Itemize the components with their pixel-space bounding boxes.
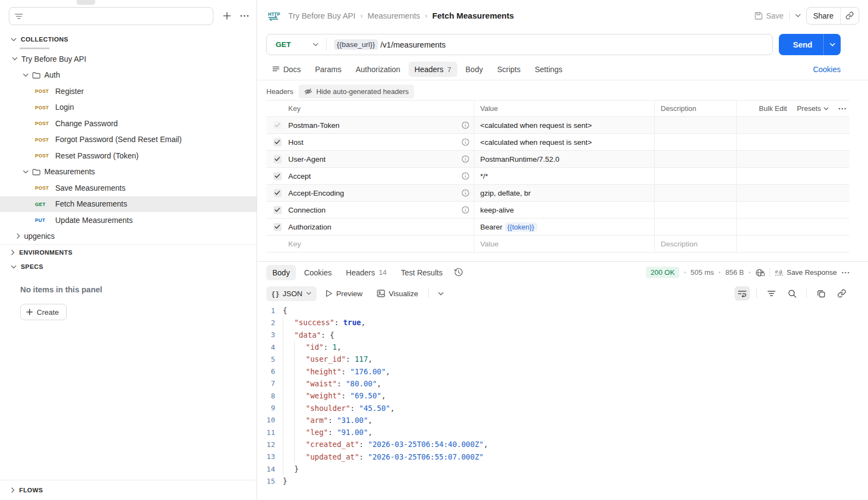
indent-guide xyxy=(283,329,294,341)
copy-button[interactable] xyxy=(813,286,829,301)
header-key[interactable]: Postman-Token xyxy=(288,121,462,130)
request-change-password[interactable]: POST Change Password xyxy=(0,115,257,132)
save-button[interactable]: Save xyxy=(766,11,784,20)
format-dropdown[interactable]: { } JSON xyxy=(266,286,317,301)
tab-headers[interactable]: Headers 7 xyxy=(409,62,457,77)
tab-scripts[interactable]: Scripts xyxy=(491,62,527,77)
tab-docs[interactable]: Docs xyxy=(266,62,307,77)
filter-results-button[interactable] xyxy=(764,286,779,301)
request-save-measurements[interactable]: POST Save Measurements xyxy=(0,180,257,196)
share-link-button[interactable] xyxy=(840,8,859,24)
method-selector[interactable]: GET xyxy=(267,40,326,49)
checkbox[interactable] xyxy=(273,206,282,214)
status-badge[interactable]: 200 OK xyxy=(646,267,679,278)
breadcrumb-collection[interactable]: Try Before Buy API xyxy=(288,11,356,20)
folder-measurements[interactable]: Measurements xyxy=(0,164,257,180)
value-placeholder[interactable]: Value xyxy=(480,240,499,248)
sidebar-section-environments[interactable]: ENVIRONMENTS xyxy=(0,244,257,259)
table-more-button[interactable] xyxy=(838,108,846,110)
response-more-button[interactable] xyxy=(842,272,849,274)
checkbox[interactable] xyxy=(273,138,282,146)
header-value[interactable]: */* xyxy=(480,172,488,180)
search-button[interactable] xyxy=(784,286,800,301)
request-login[interactable]: POST Login xyxy=(0,99,257,116)
format-value: JSON xyxy=(283,290,302,298)
sidebar-add-button[interactable] xyxy=(220,9,234,23)
checkbox[interactable] xyxy=(273,223,282,231)
header-value[interactable]: <calculated when request is sent> xyxy=(480,138,592,146)
header-key[interactable]: Authorization xyxy=(288,223,469,231)
response-time[interactable]: 505 ms xyxy=(691,268,714,277)
response-tab-headers[interactable]: Headers 14 xyxy=(340,265,393,280)
network-info-icon[interactable] xyxy=(755,268,765,277)
request-register[interactable]: POST Register xyxy=(0,83,257,99)
checkbox[interactable] xyxy=(273,155,282,163)
header-key[interactable]: Accept xyxy=(288,172,462,180)
tab-authorization[interactable]: Authorization xyxy=(349,62,406,77)
sidebar-section-specs[interactable]: SPECS xyxy=(0,259,257,273)
header-value[interactable]: <calculated when request is sent> xyxy=(480,121,592,130)
sidebar-section-flows[interactable]: FLOWS xyxy=(0,487,257,493)
collection-upgenics[interactable]: upgenics xyxy=(0,228,257,245)
tab-body[interactable]: Body xyxy=(459,62,489,77)
response-body-viewer[interactable]: 1{2"success": true,3"data": {4"id": 1,5"… xyxy=(266,304,849,500)
checkbox[interactable] xyxy=(273,189,282,197)
response-size[interactable]: 856 B xyxy=(725,268,744,277)
header-value[interactable]: gzip, deflate, br xyxy=(480,189,531,197)
cookies-link[interactable]: Cookies xyxy=(813,65,841,74)
header-value[interactable]: PostmanRuntime/7.52.0 xyxy=(480,155,560,163)
request-forgot-password[interactable]: POST Forgot Password (Send Reset Email) xyxy=(0,132,257,148)
response-tab-body[interactable]: Body xyxy=(266,265,296,280)
code-line: 3"data": { xyxy=(266,329,849,341)
code-token: "created_at" xyxy=(306,440,359,449)
response-tab-cookies[interactable]: Cookies xyxy=(298,265,338,280)
tab-label: Scripts xyxy=(497,65,521,74)
response-history-icon[interactable] xyxy=(454,268,463,277)
key-placeholder[interactable]: Key xyxy=(288,240,469,248)
header-key[interactable]: Host xyxy=(288,138,462,146)
url-variable-pill[interactable]: {{base_url}} xyxy=(334,39,378,50)
request-name: Reset Password (Token) xyxy=(55,151,139,160)
header-value-prefix[interactable]: Bearer xyxy=(480,223,503,231)
divider xyxy=(806,289,807,298)
tab-params[interactable]: Params xyxy=(309,62,347,77)
token-variable-pill[interactable]: {{token}} xyxy=(505,222,537,232)
folder-auth[interactable]: Auth xyxy=(0,67,257,84)
wrap-text-button[interactable] xyxy=(735,286,750,301)
description-placeholder[interactable]: Description xyxy=(661,240,698,248)
save-response-button[interactable]: e.g. Save Response xyxy=(775,268,837,277)
header-key[interactable]: Connection xyxy=(288,206,462,214)
code-token: "updated_at" xyxy=(306,452,359,461)
visualize-button[interactable]: Visualize xyxy=(371,286,424,301)
presets-dropdown[interactable]: Presets xyxy=(797,104,829,113)
header-key[interactable]: Accept-Encoding xyxy=(288,189,462,197)
tab-label: Test Results xyxy=(401,268,442,277)
request-update-measurements[interactable]: PUT Update Measurements xyxy=(0,212,257,228)
response-tab-test-results[interactable]: Test Results xyxy=(395,265,448,280)
send-button[interactable]: Send xyxy=(779,40,823,49)
request-reset-password[interactable]: POST Reset Password (Token) xyxy=(0,148,257,164)
header-key[interactable]: User-Agent xyxy=(288,155,462,163)
sidebar-filter-input[interactable] xyxy=(9,7,213,25)
sidebar-section-collections[interactable]: COLLECTIONS xyxy=(0,32,257,46)
svg-text:HTTP: HTTP xyxy=(268,11,281,17)
preview-button[interactable]: Preview xyxy=(320,286,368,301)
url-input[interactable]: {{base_url}} /v1/measurements xyxy=(327,39,446,50)
view-dropdown[interactable] xyxy=(433,286,448,301)
tab-settings[interactable]: Settings xyxy=(529,62,569,77)
send-dropdown-button[interactable] xyxy=(823,34,841,55)
clipped-top-element xyxy=(77,0,95,5)
save-dropdown-button[interactable] xyxy=(795,14,801,17)
bulk-edit-button[interactable]: Bulk Edit xyxy=(759,104,787,113)
hide-auto-generated-headers-toggle[interactable]: Hide auto-generated headers xyxy=(299,85,414,98)
breadcrumb-folder[interactable]: Measurements xyxy=(368,11,420,20)
create-button[interactable]: Create xyxy=(20,304,67,320)
checkbox[interactable] xyxy=(273,121,282,130)
checkbox[interactable] xyxy=(273,172,282,180)
header-value[interactable]: keep-alive xyxy=(480,206,514,214)
collection-try-before-buy-api[interactable]: Try Before Buy API xyxy=(0,51,257,67)
link-button[interactable] xyxy=(834,286,849,301)
request-fetch-measurements[interactable]: GET Fetch Measurements xyxy=(0,196,257,213)
share-button[interactable]: Share xyxy=(807,11,840,20)
sidebar-more-button[interactable] xyxy=(237,9,252,23)
